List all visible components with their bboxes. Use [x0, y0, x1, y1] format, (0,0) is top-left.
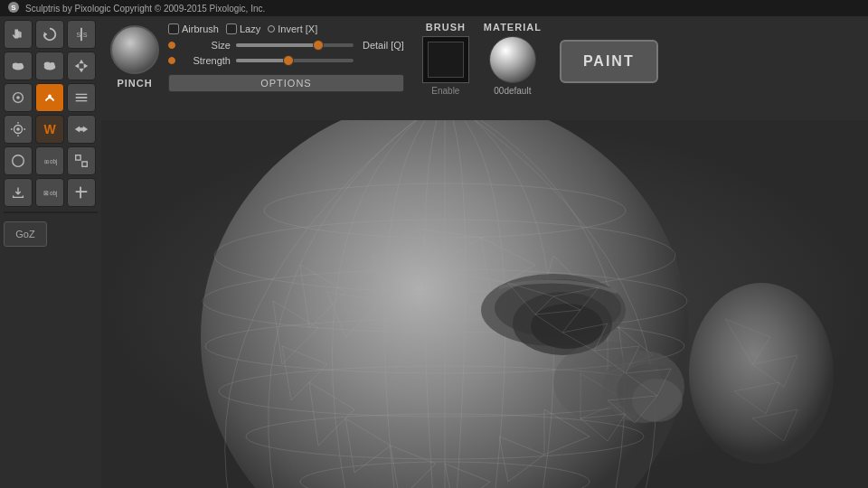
svg-rect-3: [20, 32, 22, 37]
strength-radio: [168, 57, 175, 64]
svg-point-20: [48, 94, 52, 98]
tool-btn-import[interactable]: [4, 178, 33, 207]
tool-btn-cloud1[interactable]: [4, 52, 33, 80]
size-slider[interactable]: [236, 43, 354, 47]
svg-point-10: [18, 63, 23, 68]
brush-texture-square[interactable]: [422, 36, 469, 83]
viewport-3d[interactable]: [101, 120, 868, 488]
svg-point-9: [13, 62, 19, 67]
brush-panel: BRUSH Enable: [422, 22, 469, 96]
svg-point-50: [553, 342, 662, 423]
toolbar-row-4: W: [4, 115, 98, 144]
invert-radio: [268, 25, 275, 33]
title-text: Sculptris by Pixologic Copyright © 2009-…: [25, 4, 265, 14]
options-button[interactable]: OPTIONS: [168, 74, 404, 92]
detail-label: Detail [Q]: [363, 40, 404, 51]
strength-label: Strength: [181, 55, 231, 66]
svg-text:S: S: [77, 31, 81, 39]
svg-point-12: [44, 62, 51, 67]
brush-preview-circle[interactable]: [110, 25, 159, 74]
tool-btn-w[interactable]: W: [35, 115, 64, 144]
tool-btn-inflate[interactable]: [4, 115, 33, 144]
invert-checkbox[interactable]: Invert [X]: [268, 23, 317, 34]
svg-text:S: S: [11, 4, 16, 12]
material-panel: MATERIAL 00default: [484, 22, 542, 96]
svg-rect-28: [82, 162, 87, 166]
toolbar-row-2: [4, 52, 98, 80]
paint-button[interactable]: PAINT: [560, 40, 658, 83]
size-radio: [168, 42, 175, 49]
tool-btn-pinch[interactable]: [35, 83, 64, 112]
toolbar-row-3: [4, 83, 98, 112]
lazy-label: Lazy: [240, 23, 260, 34]
tool-btn-sphere[interactable]: [4, 146, 33, 175]
svg-text:obj: obj: [50, 190, 57, 197]
goz-button[interactable]: GoZ: [4, 221, 47, 247]
svg-rect-2: [18, 31, 20, 37]
lazy-checkbox[interactable]: Lazy: [226, 23, 260, 34]
svg-rect-21: [76, 97, 88, 99]
svg-marker-17: [84, 63, 89, 68]
brush-enable-label: Enable: [431, 86, 459, 96]
material-sphere-preview[interactable]: [489, 36, 536, 83]
svg-marker-16: [75, 63, 80, 68]
brush-controls: Airbrush Lazy Invert [X] Size Detail [Q]: [168, 23, 404, 92]
strength-slider-row: Strength: [168, 55, 404, 66]
toolbar-row-6: ⊠obj: [4, 178, 98, 207]
svg-point-19: [16, 96, 20, 99]
svg-text:⊞: ⊞: [44, 158, 49, 164]
material-name-label: 00default: [494, 86, 531, 96]
material-panel-label: MATERIAL: [484, 22, 542, 33]
tool-btn-grid[interactable]: ⊞obj: [35, 146, 64, 175]
svg-point-24: [13, 155, 24, 167]
tool-btn-arrows[interactable]: [67, 115, 96, 144]
svg-text:S: S: [83, 31, 88, 39]
strength-slider-knob: [283, 55, 294, 66]
svg-marker-15: [79, 69, 83, 73]
title-bar: S Sculptris by Pixologic Copyright © 200…: [0, 0, 868, 16]
brush-texture-inner: [428, 42, 464, 78]
size-slider-row: Size Detail [Q]: [168, 40, 404, 51]
size-slider-knob: [313, 40, 324, 51]
tool-btn-extra[interactable]: [67, 178, 96, 207]
airbrush-checkbox[interactable]: Airbrush: [168, 23, 219, 34]
viewport-svg: [101, 120, 868, 488]
brush-name-label: PINCH: [117, 78, 152, 89]
svg-text:obj: obj: [50, 158, 57, 165]
svg-rect-27: [76, 155, 80, 160]
toolbar-separator: [4, 211, 98, 213]
tool-btn-export[interactable]: ⊠obj: [35, 178, 64, 207]
strength-slider[interactable]: [236, 59, 354, 62]
svg-rect-32: [80, 187, 81, 199]
toolbar-row-5: ⊞obj: [4, 146, 98, 175]
tool-btn-symmetry[interactable]: SS: [67, 20, 96, 49]
strength-slider-fill: [236, 59, 289, 62]
top-checkboxes: Airbrush Lazy Invert [X]: [168, 23, 404, 34]
airbrush-label: Airbrush: [182, 23, 219, 34]
app-logo-icon: S: [7, 1, 20, 15]
tool-btn-cloud2[interactable]: [35, 52, 64, 80]
tool-btn-grab[interactable]: [4, 20, 33, 49]
svg-point-13: [50, 62, 54, 67]
svg-marker-4: [44, 32, 48, 36]
goz-label: GoZ: [15, 229, 34, 239]
invert-label: Invert [X]: [278, 23, 317, 34]
size-label: Size: [181, 40, 231, 51]
tool-btn-settings[interactable]: [4, 83, 33, 112]
svg-marker-14: [79, 60, 83, 64]
tool-btn-obj[interactable]: [67, 146, 96, 175]
left-toolbar: SS W: [0, 16, 101, 488]
top-toolbar: PINCH Airbrush Lazy Invert [X] Size: [101, 16, 868, 120]
active-brush-section: PINCH: [110, 25, 159, 89]
tool-btn-flatten[interactable]: [67, 83, 96, 112]
toolbar-row-1: SS: [4, 20, 98, 49]
airbrush-cb-box: [168, 23, 179, 34]
tool-btn-rotate[interactable]: [35, 20, 64, 49]
brush-panel-label: BRUSH: [426, 22, 466, 33]
svg-text:⊠: ⊠: [43, 189, 49, 197]
svg-point-23: [16, 127, 20, 131]
lazy-cb-box: [226, 23, 237, 34]
tool-btn-move[interactable]: [67, 52, 96, 80]
size-slider-fill: [236, 43, 318, 47]
svg-point-51: [689, 283, 834, 464]
